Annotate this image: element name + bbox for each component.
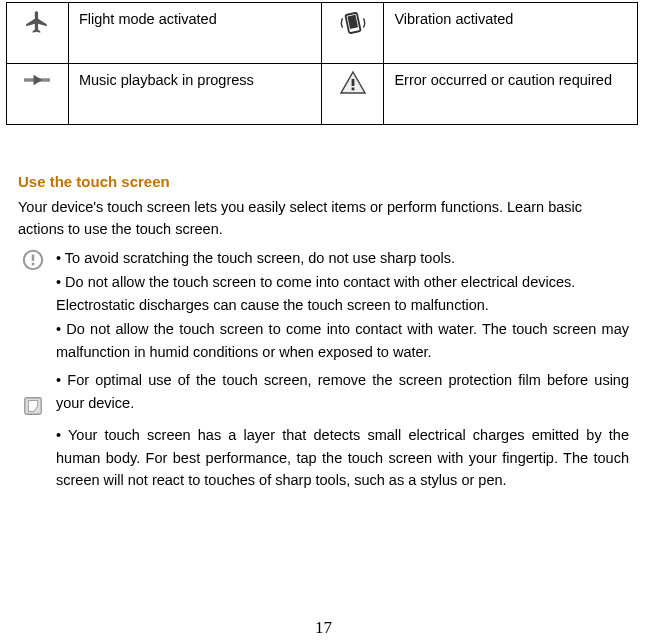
icon-cell-caution — [322, 64, 384, 125]
bullet-item: • Do not allow the touch screen to come … — [18, 318, 629, 363]
icon-cell-vibration — [322, 3, 384, 64]
music-playback-icon — [24, 70, 50, 90]
table-row: Flight mode activated Vibration activate… — [7, 3, 638, 64]
label-vibration: Vibration activated — [384, 3, 638, 64]
status-icons-table: Flight mode activated Vibration activate… — [6, 2, 638, 125]
bullet-item: • Your touch screen has a layer that det… — [18, 424, 629, 491]
airplane-icon — [24, 9, 50, 35]
svg-rect-8 — [32, 254, 35, 260]
label-caution: Error occurred or caution required — [384, 64, 638, 125]
table-row: Music playback in progress Error occurre… — [7, 64, 638, 125]
bullet-item: • To avoid scratching the touch screen, … — [18, 247, 629, 269]
label-music: Music playback in progress — [68, 64, 322, 125]
bullet-item: • Do not allow the touch screen to come … — [18, 271, 629, 316]
bullet-item: • For optimal use of the touch screen, r… — [18, 369, 629, 414]
icon-cell-music — [7, 64, 69, 125]
svg-rect-9 — [32, 263, 35, 266]
svg-rect-5 — [352, 79, 355, 86]
note-square-icon — [22, 395, 44, 417]
vibration-icon — [339, 9, 367, 37]
section-heading-touch-screen: Use the touch screen — [18, 173, 629, 190]
section-intro: Your device's touch screen lets you easi… — [18, 196, 629, 241]
caution-icon — [339, 70, 367, 96]
bullet-list: • To avoid scratching the touch screen, … — [18, 247, 629, 492]
label-flight-mode: Flight mode activated — [68, 3, 322, 64]
page-number: 17 — [0, 618, 647, 638]
svg-rect-1 — [347, 15, 358, 29]
icon-cell-flight-mode — [7, 3, 69, 64]
svg-rect-6 — [352, 88, 355, 91]
alert-circle-icon — [22, 249, 44, 271]
svg-marker-3 — [34, 75, 43, 85]
